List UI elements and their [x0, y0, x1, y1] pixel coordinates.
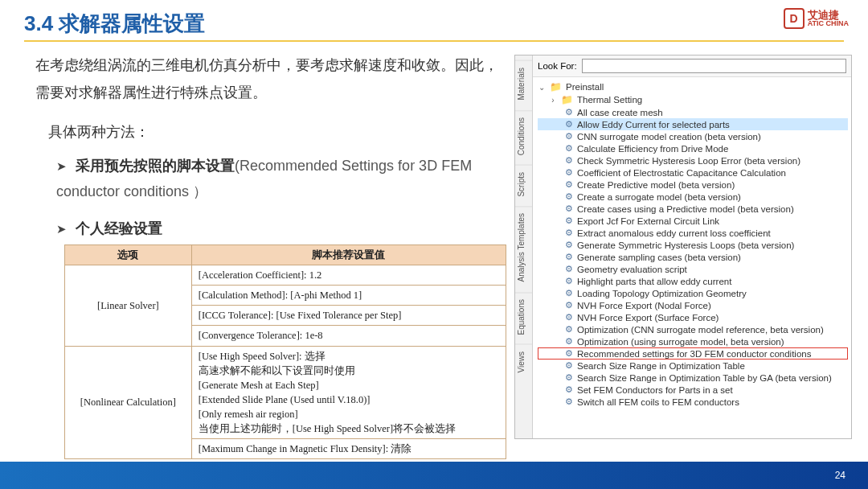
lookfor-bar: Look For:: [533, 55, 851, 77]
expand-icon[interactable]: ⌄: [538, 83, 546, 92]
gear-icon: ⚙: [565, 312, 573, 323]
script-browser-panel: MaterialsConditionsScriptsAnalysis Templ…: [514, 55, 852, 439]
gear-icon: ⚙: [565, 264, 573, 274]
side-tab[interactable]: Materials: [515, 60, 532, 107]
bullet-2: ➤ 个人经验设置: [56, 219, 162, 238]
chevron-right-icon: ➤: [56, 222, 67, 236]
tree-item[interactable]: ⚙Geometry evaluation script: [538, 263, 848, 275]
gear-icon: ⚙: [565, 397, 573, 407]
intro-paragraph: 在考虑绕组涡流的三维电机仿真分析中，要考虑求解速度和收敛。因此，需要对求解器属性…: [35, 51, 502, 106]
gear-icon: ⚙: [565, 288, 573, 298]
tree-item[interactable]: ⚙Generate Symmetric Hysteresis Loops (be…: [538, 239, 848, 251]
gear-icon: ⚙: [565, 336, 573, 347]
table-cell: [Calculation Method]: [A-phi Method 1]: [191, 286, 506, 306]
gear-icon: ⚙: [565, 228, 573, 238]
expand-icon[interactable]: ›: [549, 96, 557, 105]
side-tab[interactable]: Equations: [515, 292, 532, 341]
gear-icon: ⚙: [565, 179, 573, 190]
bullet2-bold: 个人经验设置: [76, 220, 162, 236]
tree-item[interactable]: ⚙Generate sampling cases (beta version): [538, 251, 848, 263]
table-cell: [Acceleration Coefficient]: 1.2: [191, 265, 506, 286]
tree-item[interactable]: ⚙Highlight parts that allow eddy current: [538, 275, 848, 287]
tree-item[interactable]: ⚙Allow Eddy Current for selected parts: [538, 118, 848, 130]
gear-icon: ⚙: [565, 216, 573, 226]
gear-icon: ⚙: [565, 240, 573, 250]
side-tab[interactable]: Scripts: [515, 165, 532, 203]
gear-icon: ⚙: [565, 384, 573, 395]
tree-item[interactable]: ⚙Coefficient of Electrostatic Capacitanc…: [538, 166, 848, 179]
side-tab[interactable]: Conditions: [515, 110, 532, 162]
tree-item[interactable]: ⚙Optimization (using surrogate model, be…: [538, 335, 848, 347]
lookfor-input[interactable]: [582, 59, 846, 73]
table-cell: [Use High Speed Solver]: 选择 高速求解不能和以下设置同…: [191, 346, 506, 439]
gear-icon: ⚙: [565, 155, 573, 166]
tree-item[interactable]: ⚙Check Symmetric Hysteresis Loop Error (…: [538, 154, 848, 166]
logo-en: ATIC CHINA: [808, 20, 849, 27]
tree-item[interactable]: ⚙Export Jcf For External Circuit Link: [538, 215, 848, 227]
table-rowhead: [Nonlinear Calculation]: [65, 346, 192, 459]
title-underline: [24, 40, 844, 42]
folder-icon: 📁: [561, 94, 573, 105]
gear-icon: ⚙: [565, 191, 573, 202]
tree-item[interactable]: ⚙NVH Force Export (Nodal Force): [538, 299, 848, 311]
chevron-right-icon: ➤: [56, 159, 67, 173]
settings-table: 选项 脚本推荐设置值 [Linear Solver][Acceleration …: [64, 244, 506, 459]
tree-item[interactable]: ⚙Create Predictive model (beta version): [538, 179, 848, 191]
side-tab-strip: MaterialsConditionsScriptsAnalysis Templ…: [515, 55, 533, 438]
slide-number: 24: [835, 470, 845, 481]
gear-icon: ⚙: [565, 131, 573, 142]
tree-item[interactable]: ⚙Recommended settings for 3D FEM conduct…: [538, 347, 848, 360]
th-value: 脚本推荐设置值: [191, 245, 506, 265]
tree-item[interactable]: ⚙Switch all FEM coils to FEM conductors: [538, 396, 848, 408]
side-tab[interactable]: Views: [515, 344, 532, 380]
side-tab[interactable]: Analysis Templates: [515, 206, 532, 288]
bullet1-bold: 采用预先按照的脚本设置: [76, 158, 235, 174]
intro-p2: 具体两种方法：: [48, 122, 149, 142]
tree-root[interactable]: ⌄📁Preinstall: [538, 80, 848, 93]
gear-icon: ⚙: [565, 276, 573, 286]
gear-icon: ⚙: [565, 252, 573, 262]
script-tree[interactable]: ⌄📁Preinstall›📁Thermal Setting⚙All case c…: [533, 77, 851, 438]
table-cell: [Maximum Change in Magnetic Flux Density…: [191, 439, 506, 459]
tree-item[interactable]: ⚙Search Size Range in Optimization Table…: [538, 372, 848, 384]
gear-icon: ⚙: [565, 203, 573, 214]
gear-icon: ⚙: [565, 300, 573, 310]
tree-item[interactable]: ⚙Set FEM Conductors for Parts in a set: [538, 384, 848, 396]
intro-p1: 在考虑绕组涡流的三维电机仿真分析中，要考虑求解速度和收敛。因此，需要对求解器属性…: [35, 57, 498, 101]
tree-item[interactable]: ⚙All case create mesh: [538, 106, 848, 118]
gear-icon: ⚙: [565, 360, 573, 371]
gear-icon: ⚙: [565, 119, 573, 129]
table-cell: [ICCG Tolerance]: [Use Fixed Tolerance p…: [191, 306, 506, 326]
tree-item[interactable]: ⚙Search Size Range in Optimization Table: [538, 360, 848, 372]
table-rowhead: [Linear Solver]: [65, 265, 192, 347]
logo-mark-icon: D: [784, 8, 805, 29]
tree-item[interactable]: ⚙Calculate Efficiency from Drive Mode: [538, 142, 848, 154]
gear-icon: ⚙: [565, 143, 573, 154]
folder-icon: 📁: [550, 81, 562, 92]
gear-icon: ⚙: [565, 372, 573, 383]
tree-item[interactable]: ⚙Loading Topology Optimization Geometry: [538, 287, 848, 299]
brand-logo: D 艾迪捷 ATIC CHINA: [784, 8, 849, 29]
tree-item[interactable]: ⚙Create a surrogate model (beta version): [538, 191, 848, 203]
th-option: 选项: [65, 245, 192, 265]
gear-icon: ⚙: [565, 324, 573, 335]
slide-footer: 24: [0, 462, 868, 489]
tree-child-folder[interactable]: ›📁Thermal Setting: [538, 93, 848, 106]
bullet-1: ➤ 采用预先按照的脚本设置(Recommended Settings for 3…: [56, 153, 506, 205]
tree-item[interactable]: ⚙Optimization (CNN surrogate model refer…: [538, 323, 848, 335]
tree-item[interactable]: ⚙Extract anomalous eddy current loss coe…: [538, 227, 848, 239]
table-cell: [Convergence Tolerance]: 1e-8: [191, 326, 506, 346]
gear-icon: ⚙: [565, 107, 573, 117]
lookfor-label: Look For:: [538, 61, 577, 71]
tree-item[interactable]: ⚙Create cases using a Predictive model (…: [538, 203, 848, 215]
tree-item[interactable]: ⚙NVH Force Export (Surface Force): [538, 311, 848, 323]
gear-icon: ⚙: [565, 348, 573, 359]
section-title: 3.4 求解器属性设置: [24, 10, 205, 38]
gear-icon: ⚙: [565, 167, 573, 178]
tree-item[interactable]: ⚙CNN surrogate model creation (beta vers…: [538, 130, 848, 142]
